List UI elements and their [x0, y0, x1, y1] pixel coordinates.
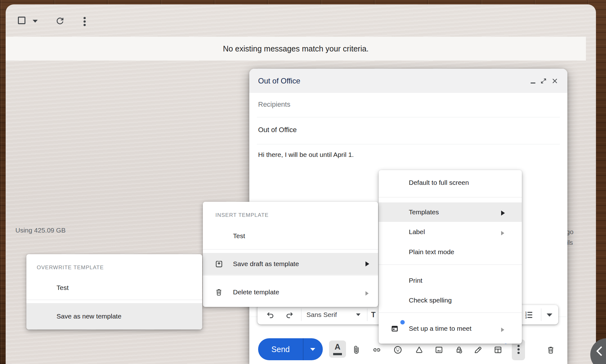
discard-draft-icon — [546, 345, 555, 355]
submenu-arrow-icon — [501, 211, 505, 216]
compose-header[interactable]: Out of Office — [249, 69, 567, 93]
menu-divider — [379, 197, 522, 197]
insert-emoji-icon — [393, 345, 403, 355]
meet-notification-dot — [400, 320, 405, 324]
submenu-arrow-icon — [365, 291, 369, 296]
confidential-mode-button[interactable] — [454, 345, 464, 355]
menu-divider — [26, 300, 202, 300]
field-divider — [257, 144, 560, 144]
more-menu-button[interactable] — [84, 17, 86, 27]
calendar-icon — [390, 324, 399, 333]
select-dropdown[interactable] — [33, 20, 38, 23]
minimize-button[interactable] — [528, 76, 538, 86]
numbered-list-button[interactable]: 1 2 3 — [524, 310, 533, 319]
redo-button[interactable] — [285, 310, 294, 319]
insert-from-drive-icon — [414, 345, 424, 355]
numbered-list-icon: 1 2 3 — [524, 310, 533, 319]
attach-file-button[interactable] — [352, 345, 361, 355]
select-dropdown-icon — [33, 20, 38, 23]
discard-draft-button[interactable] — [546, 345, 555, 355]
submenu-arrow-icon — [501, 231, 504, 235]
collapse-chevron-icon — [594, 345, 605, 357]
menu-item-print[interactable]: Print — [379, 270, 522, 291]
templates-submenu: INSERT TEMPLATE Test Save draft as templ… — [203, 202, 378, 307]
storage-usage: Using 425.09 GB — [15, 227, 66, 234]
formatting-underline-bar — [333, 353, 342, 355]
insert-signature-icon — [473, 345, 483, 355]
menu-item-label[interactable]: Label — [379, 222, 522, 242]
menu-divider — [203, 275, 378, 276]
refresh-icon — [55, 16, 65, 25]
insert-emoji-button[interactable] — [393, 345, 403, 355]
insert-link-icon — [372, 345, 381, 355]
formatting-options-button[interactable]: A — [329, 340, 346, 358]
save-template-submenu: OVERWRITE TEMPLATE Test Save as new temp… — [26, 254, 202, 329]
open-in-full-icon — [540, 78, 547, 84]
svg-text:3: 3 — [525, 316, 527, 319]
close-icon — [551, 78, 558, 84]
menu-divider — [379, 313, 522, 313]
compose-more-options-menu: Default to full screen Templates Label P… — [379, 170, 522, 344]
menu-divider — [203, 249, 378, 249]
formatting-a-glyph: A — [329, 341, 346, 352]
close-button[interactable] — [550, 76, 560, 86]
more-formats-dropdown-icon[interactable] — [547, 313, 552, 317]
save-template-icon — [214, 259, 224, 269]
more-options-icon — [517, 345, 520, 355]
toolbar-divider — [367, 308, 367, 321]
select-checkbox[interactable] — [18, 17, 25, 24]
menu-item-delete-template[interactable]: Delete template — [203, 282, 378, 302]
message-body[interactable]: Hi there, I will be out until April 1. — [258, 151, 354, 158]
send-split-divider — [303, 338, 303, 360]
insert-link-button[interactable] — [372, 345, 381, 355]
menu-item-template-test[interactable]: Test — [203, 226, 378, 246]
delete-template-icon — [214, 287, 224, 297]
insert-image-button[interactable] — [434, 345, 444, 355]
desktop-background: No existing messages match your criteria… — [0, 0, 606, 364]
menu-item-check-spelling[interactable]: Check spelling — [379, 291, 522, 310]
recipients-field[interactable]: Recipients — [258, 100, 290, 109]
attach-file-icon — [352, 345, 361, 355]
compose-title: Out of Office — [258, 69, 300, 93]
menu-item-overwrite-test[interactable]: Test — [26, 278, 202, 298]
insert-from-drive-button[interactable] — [414, 345, 424, 355]
send-dropdown-icon[interactable] — [310, 348, 315, 351]
menu-item-plain-text-mode[interactable]: Plain text mode — [379, 242, 522, 262]
send-label[interactable]: Send — [258, 338, 303, 360]
menu-item-save-draft-as-template[interactable]: Save draft as template — [203, 253, 378, 275]
undo-icon — [266, 310, 275, 319]
field-divider — [257, 117, 560, 117]
more-vertical-icon — [84, 17, 86, 19]
empty-search-banner: No existing messages match your criteria… — [6, 37, 586, 61]
open-in-full-button[interactable] — [539, 76, 548, 86]
confidential-mode-icon — [454, 345, 464, 355]
refresh-button[interactable] — [55, 16, 65, 25]
overwrite-template-section-title: OVERWRITE TEMPLATE — [37, 261, 104, 274]
layouts-icon — [493, 345, 503, 355]
submenu-arrow-icon — [501, 328, 504, 332]
font-family-selector[interactable]: Sans Serif — [306, 305, 337, 324]
insert-template-section-title: INSERT TEMPLATE — [215, 208, 269, 222]
insert-signature-button[interactable] — [473, 345, 483, 355]
toolbar-divider — [541, 308, 541, 321]
menu-item-set-up-time-to-meet[interactable]: Set up a time to meet — [379, 318, 522, 339]
text-size-button[interactable]: T — [371, 305, 376, 324]
menu-divider — [379, 265, 522, 265]
undo-button[interactable] — [266, 310, 275, 319]
details-link-clipped-text[interactable]: ils — [567, 239, 573, 246]
menu-item-default-full-screen[interactable]: Default to full screen — [379, 173, 522, 193]
layouts-button[interactable] — [493, 345, 503, 355]
insert-image-icon — [434, 345, 444, 355]
font-dropdown-icon[interactable] — [356, 313, 360, 316]
banner-message: No existing messages match your criteria… — [223, 44, 369, 53]
submenu-arrow-icon — [365, 261, 369, 266]
minimize-icon — [531, 83, 535, 83]
menu-item-save-as-new-template[interactable]: Save as new template — [26, 303, 202, 329]
redo-icon — [285, 310, 294, 319]
menu-item-templates[interactable]: Templates — [379, 202, 522, 222]
toolbar-divider — [301, 308, 301, 321]
subject-field[interactable]: Out of Office — [258, 126, 297, 134]
checkbox-icon — [18, 17, 25, 24]
send-button[interactable]: Send — [258, 338, 323, 360]
